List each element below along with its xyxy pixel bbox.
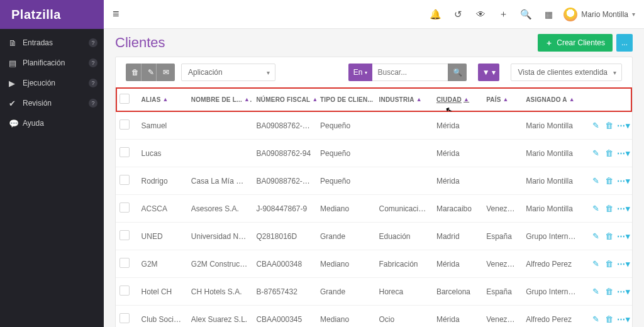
row-edit-icon[interactable]: ✎ [590, 259, 601, 269]
row-edit-icon[interactable]: ✎ [590, 176, 601, 186]
mail-button[interactable]: ✉ [156, 64, 175, 81]
eye-icon[interactable]: 👁 [472, 9, 489, 19]
sidebar-item-revision[interactable]: ✔ Revisión ? [0, 93, 104, 113]
row-more-icon[interactable]: ⋯▾ [617, 121, 628, 130]
row-more-icon[interactable]: ⋯▾ [617, 314, 628, 324]
cell-alias[interactable]: Hotel CH [138, 278, 187, 306]
row-edit-icon[interactable]: ✎ [590, 204, 601, 213]
table-header-row: Alias▲ Nombre de l...▲ Número fiscal▲ Ti… [116, 87, 632, 112]
col-tipo[interactable]: Tipo de clien...▲ [320, 96, 375, 103]
filter-button[interactable]: ▼ ▾ [478, 64, 499, 81]
row-more-icon[interactable]: ⋯▾ [617, 204, 628, 213]
col-alias[interactable]: Alias▲ [142, 96, 169, 103]
row-delete-icon[interactable]: 🗑 [604, 148, 615, 158]
row-delete-icon[interactable]: 🗑 [604, 204, 615, 213]
sidebar-item-label: Ejecución [23, 79, 55, 87]
row-checkbox[interactable] [119, 202, 130, 213]
col-ciudad[interactable]: Ciudad▲↖ [436, 96, 469, 103]
more-label: ... [621, 38, 628, 47]
cell-alias[interactable]: Club Social Suárez [138, 306, 187, 328]
row-checkbox[interactable] [119, 313, 130, 323]
cell-alias[interactable]: Samuel [138, 112, 187, 140]
row-more-icon[interactable]: ⋯▾ [617, 176, 628, 186]
avatar[interactable] [564, 8, 577, 21]
cell-alias[interactable]: UNED [138, 223, 187, 250]
table-row[interactable]: LucasBA09088762-94PequeñoMéridaMario Mon… [116, 140, 632, 167]
row-more-icon[interactable]: ⋯▾ [617, 231, 628, 241]
col-nombre[interactable]: Nombre de l...▲ [191, 96, 250, 103]
row-edit-icon[interactable]: ✎ [590, 287, 601, 296]
row-checkbox[interactable] [119, 119, 130, 130]
row-more-icon[interactable]: ⋯▾ [617, 259, 628, 269]
row-checkbox[interactable] [119, 258, 130, 268]
row-delete-icon[interactable]: 🗑 [604, 176, 615, 186]
cell-alias[interactable]: G2M [138, 250, 187, 278]
table-row[interactable]: UNEDUniversidad NacionalQ2818016DGrandeE… [116, 223, 632, 250]
cell-tipo: Pequeño [316, 167, 375, 195]
cell-alias[interactable]: ACSCA [138, 195, 187, 223]
cell-pais [482, 140, 522, 167]
row-edit-icon[interactable]: ✎ [590, 314, 601, 324]
search-input[interactable] [372, 64, 448, 81]
row-edit-icon[interactable]: ✎ [590, 148, 601, 158]
cell-fiscal: BA09088762-109 [252, 167, 316, 195]
cell-fiscal: BA09088762-112 [252, 112, 316, 140]
cell-pais: España [482, 223, 522, 250]
row-checkbox[interactable] [119, 175, 130, 185]
select-all-checkbox[interactable] [119, 94, 130, 104]
col-fiscal[interactable]: Número fiscal▲ [256, 96, 316, 103]
row-edit-icon[interactable]: ✎ [590, 121, 601, 130]
row-delete-icon[interactable]: 🗑 [604, 314, 615, 324]
table-row[interactable]: ACSCAAsesores S.A.J-908447867-9MedianoCo… [116, 195, 632, 223]
apps-grid-icon[interactable]: ▦ [540, 9, 557, 19]
history-icon[interactable]: ↺ [449, 9, 467, 20]
cell-pais: España [482, 278, 522, 306]
row-more-icon[interactable]: ⋯▾ [617, 148, 628, 158]
play-icon: ▶ [9, 79, 23, 88]
col-asignado[interactable]: Asignado a▲ [526, 96, 575, 103]
user-name[interactable]: Mario Montilla [581, 10, 628, 19]
row-delete-icon[interactable]: 🗑 [604, 259, 615, 269]
sidebar-item-label: Planificación [23, 58, 65, 67]
toolbar: 🗑 ✎ ✉ Aplicación En▾ 🔍 ▼ ▾ Vista de clie… [116, 57, 632, 87]
sidebar-item-ejecucion[interactable]: ▶ Ejecución ? [0, 73, 104, 93]
col-industria[interactable]: Industria▲ [379, 96, 422, 103]
search-icon[interactable]: 🔍 [517, 9, 535, 20]
table-row[interactable]: G2MG2M ConstruccionesCBAA000348MedianoFa… [116, 250, 632, 278]
col-pais[interactable]: País▲ [486, 96, 509, 103]
row-delete-icon[interactable]: 🗑 [604, 231, 615, 241]
cell-ciudad: Barcelona [433, 278, 482, 306]
brand-logo: Platzilla [0, 8, 104, 22]
plus-icon[interactable]: ＋ [494, 8, 512, 20]
row-checkbox[interactable] [119, 230, 130, 240]
cursor-icon: ↖ [444, 104, 454, 111]
sidebar-item-planificacion[interactable]: ▤ Planificación ? [0, 53, 104, 73]
table-row[interactable]: RodrigoCasa La Mía RodrigoBA09088762-109… [116, 167, 632, 195]
row-more-icon[interactable]: ⋯▾ [617, 287, 628, 296]
search-wrap: En▾ 🔍 [348, 64, 467, 81]
more-button[interactable]: ... [616, 34, 633, 52]
chevron-down-icon[interactable]: ▾ [632, 11, 635, 18]
sidebar-item-ayuda[interactable]: 💬 Ayuda [0, 113, 104, 133]
cell-asignado: Alfredo Perez [522, 250, 580, 278]
row-delete-icon[interactable]: 🗑 [604, 121, 615, 130]
bell-icon[interactable]: 🔔 [426, 9, 444, 20]
table-row[interactable]: SamuelBA09088762-112PequeñoMéridaMario M… [116, 112, 632, 140]
cell-alias[interactable]: Lucas [138, 140, 187, 167]
cell-pais: Venezuela [482, 250, 522, 278]
row-edit-icon[interactable]: ✎ [590, 231, 601, 241]
lang-button[interactable]: En▾ [348, 64, 373, 81]
table-row[interactable]: Hotel CHCH Hotels S.A.B-87657432GrandeHo… [116, 278, 632, 306]
app-select[interactable]: Aplicación [181, 64, 275, 81]
create-clientes-button[interactable]: ＋Crear Clientes [538, 34, 613, 52]
table-row[interactable]: Club Social SuárezAlex Suarez S.L.CBAA00… [116, 306, 632, 328]
row-delete-icon[interactable]: 🗑 [604, 287, 615, 296]
search-go-button[interactable]: 🔍 [448, 64, 467, 81]
sidebar-item-entradas[interactable]: 🗎 Entradas ? [0, 33, 104, 53]
row-checkbox[interactable] [119, 285, 130, 296]
row-checkbox[interactable] [119, 147, 130, 157]
cell-alias[interactable]: Rodrigo [138, 167, 187, 195]
view-select[interactable]: Vista de clientes extendida [511, 64, 622, 81]
chat-icon: 💬 [9, 119, 23, 128]
hamburger-icon[interactable]: ≡ [113, 8, 119, 21]
